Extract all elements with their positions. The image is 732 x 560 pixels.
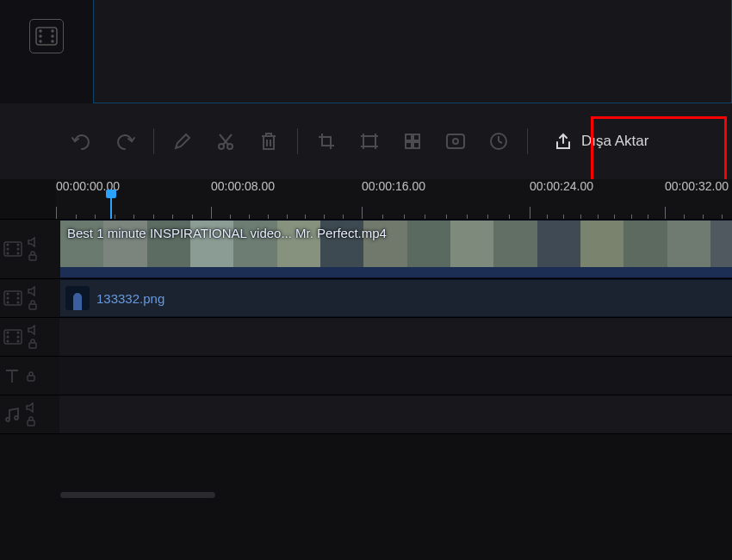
lock-icon[interactable] [28,250,40,261]
svg-point-27 [7,297,9,299]
export-icon [554,132,573,151]
timeline-footer [0,433,732,503]
mosaic-button[interactable] [391,124,434,159]
music-icon [3,406,21,423]
media-tab-button[interactable] [29,19,64,53]
freeze-frame-button[interactable] [434,124,477,159]
svg-point-38 [17,336,19,338]
svg-point-28 [7,302,9,303]
svg-rect-11 [413,134,419,140]
horizontal-scrollbar[interactable] [60,492,215,498]
export-button[interactable]: Dışa Aktar [538,125,664,158]
mute-icon[interactable] [28,325,40,335]
svg-rect-9 [363,136,375,146]
svg-point-30 [17,297,19,299]
svg-point-1 [40,30,41,32]
track-body[interactable]: 133332.png [59,279,732,317]
undo-button[interactable] [60,124,103,159]
svg-point-3 [40,40,41,42]
clip-thumbnail [65,286,90,310]
video-track-2[interactable]: 133332.png [0,278,732,317]
audio-track[interactable] [0,395,732,433]
svg-rect-42 [28,420,34,426]
speed-button[interactable] [477,124,520,159]
track-head [0,220,59,278]
svg-point-39 [17,340,19,342]
crop-button[interactable] [305,124,348,159]
video-clip[interactable]: Best 1 minute INSPIRATIONAL video... Mr.… [59,220,732,278]
svg-point-29 [17,293,19,295]
cut-button[interactable] [204,124,247,159]
track-head [0,279,59,317]
timecode-label: 00:00:16.00 [362,179,425,193]
video-track-3[interactable] [0,317,732,356]
track-head [0,395,59,433]
edit-button[interactable] [161,124,204,159]
toolbar-divider [153,128,154,154]
svg-point-18 [7,244,9,246]
track-body[interactable] [59,395,732,433]
svg-point-2 [40,35,41,37]
lock-icon[interactable] [26,370,36,382]
svg-rect-32 [29,304,36,309]
timecode-label: 00:00:08.00 [211,179,275,193]
svg-point-34 [7,332,9,333]
image-clip[interactable]: 133332.png [59,279,732,317]
svg-point-4 [52,30,53,32]
svg-rect-12 [406,142,412,148]
filmstrip-icon [3,290,22,306]
media-sidebar [0,0,93,103]
svg-point-20 [7,252,9,254]
lock-icon[interactable] [28,299,40,310]
video-track-1[interactable]: Best 1 minute INSPIRATIONAL video... Mr.… [0,219,732,278]
text-track[interactable] [0,356,732,395]
track-body[interactable] [59,357,732,395]
svg-rect-24 [29,255,36,260]
svg-point-36 [7,340,9,342]
mute-icon[interactable] [28,286,40,296]
track-body[interactable]: Best 1 minute INSPIRATIONAL video... Mr.… [59,220,732,278]
transform-button[interactable] [348,124,391,159]
redo-button[interactable] [103,124,146,159]
svg-point-26 [7,293,9,295]
svg-rect-40 [29,343,36,348]
time-ruler[interactable]: 00:00:00.00 00:00:08.00 00:00:16.00 00:0… [56,179,732,219]
export-label: Dışa Aktar [581,133,648,150]
svg-point-23 [17,252,19,254]
svg-point-6 [52,40,53,42]
timeline-toolbar: Dışa Aktar [0,103,732,179]
svg-point-15 [453,139,458,144]
filmstrip-icon [3,241,22,257]
track-head [0,357,59,395]
media-area [0,0,732,103]
track-body[interactable] [59,318,732,356]
svg-point-5 [52,35,53,37]
svg-point-31 [17,302,19,303]
track-head [0,318,59,356]
lock-icon[interactable] [26,415,38,426]
timeline-tracks: Best 1 minute INSPIRATIONAL video... Mr.… [0,219,732,503]
svg-rect-13 [413,142,419,148]
svg-rect-41 [28,376,34,381]
svg-point-37 [17,332,19,333]
svg-point-21 [17,244,19,246]
toolbar-divider [297,128,298,154]
filmstrip-icon [3,329,22,345]
timecode-label: 00:00:32.00 [665,179,729,193]
clip-label: 133332.png [96,291,164,306]
svg-point-19 [7,248,9,250]
toolbar-divider [527,128,528,154]
text-icon [3,367,21,384]
svg-rect-14 [447,134,464,148]
svg-point-35 [7,336,9,338]
playhead[interactable] [110,196,112,219]
clip-label: Best 1 minute INSPIRATIONAL video... Mr.… [67,226,387,240]
mute-icon[interactable] [28,237,40,247]
lock-icon[interactable] [28,338,40,349]
preview-panel[interactable] [93,0,732,103]
timecode-label: 00:00:24.00 [530,179,593,193]
svg-point-22 [17,248,19,250]
delete-button[interactable] [247,124,290,159]
mute-icon[interactable] [26,402,38,413]
svg-rect-10 [406,134,412,140]
